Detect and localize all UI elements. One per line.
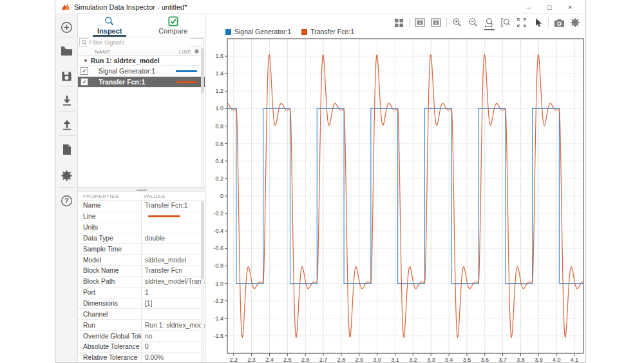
property-label: Block Name: [78, 266, 142, 276]
property-row[interactable]: RunRun 1: sldrtex_model: [78, 320, 205, 331]
property-value[interactable]: double: [142, 235, 205, 242]
help-button[interactable]: ?: [55, 191, 78, 210]
signal-row[interactable]: ✓Transfer Fcn:1: [78, 77, 205, 88]
tab-inspect[interactable]: Inspect: [78, 14, 142, 37]
property-row[interactable]: Line: [78, 211, 205, 222]
run-group-row[interactable]: ▼ Run 1: sldrtex_model: [78, 56, 205, 66]
svg-text:3.7: 3.7: [498, 357, 507, 363]
property-row[interactable]: NameTransfer Fcn:1: [78, 201, 205, 211]
maximize-button[interactable]: □: [539, 0, 560, 14]
property-value[interactable]: Run 1: sldrtex_model: [142, 322, 205, 329]
property-label: Relative Tolerance: [78, 353, 142, 362]
inspect-magnifier-icon: [104, 16, 115, 26]
column-options-gear-icon[interactable]: [194, 48, 200, 55]
property-row[interactable]: Channel: [78, 309, 205, 320]
property-value[interactable]: 0.00%: [142, 354, 205, 361]
property-row[interactable]: Port1: [78, 288, 205, 299]
svg-text:1.4: 1.4: [215, 70, 223, 77]
property-value[interactable]: sldrtex_model: [142, 257, 205, 264]
property-value[interactable]: Transfer Fcn: [142, 267, 205, 274]
fit-to-view-button[interactable]: [516, 16, 527, 29]
screenshot-canvas: Simulation Data Inspector - untitled* – …: [0, 0, 644, 363]
open-button[interactable]: [55, 41, 78, 61]
svg-text:3.9: 3.9: [535, 357, 543, 363]
property-label: Block Path: [78, 277, 142, 287]
svg-text:2.8: 2.8: [337, 357, 346, 363]
property-row[interactable]: Block NameTransfer Fcn: [78, 266, 205, 277]
property-label: Channel: [78, 309, 142, 319]
filter-signals-input[interactable]: [88, 38, 191, 46]
signal-name: Signal Generator:1: [92, 67, 176, 75]
properties-scrollbar[interactable]: [201, 201, 204, 362]
svg-text:?: ?: [64, 197, 68, 204]
signal-checkbox[interactable]: ✓: [80, 67, 88, 75]
tab-compare[interactable]: Compare: [142, 14, 205, 37]
property-value[interactable]: [1]: [142, 300, 205, 307]
preferences-button[interactable]: [55, 166, 78, 185]
panel-splitter[interactable]: [78, 187, 205, 191]
zoom-out-button[interactable]: [468, 16, 479, 29]
property-value[interactable]: sldrtex_model/Transfe...: [142, 278, 205, 285]
svg-text:3.1: 3.1: [391, 357, 399, 363]
export-button[interactable]: [55, 115, 78, 135]
svg-text:3.3: 3.3: [427, 357, 435, 363]
matlab-logo-icon: [61, 3, 70, 11]
property-label: Sample Time: [78, 244, 142, 254]
minimize-button[interactable]: –: [518, 0, 539, 14]
zoom-in-time-button[interactable]: [484, 16, 495, 29]
svg-text:3.4: 3.4: [445, 357, 453, 363]
layout-grid-button[interactable]: [393, 16, 404, 29]
subplot-2-button[interactable]: 2: [430, 16, 442, 29]
zoom-in-button[interactable]: [451, 16, 463, 29]
property-label: Override Global Toler...: [78, 331, 142, 341]
svg-text:2: 2: [435, 20, 437, 25]
svg-text:2.2: 2.2: [230, 357, 238, 363]
create-report-button[interactable]: [55, 140, 78, 159]
toolbar-separator: [548, 18, 549, 28]
question-circle-icon: ?: [61, 195, 73, 207]
plot-settings-button[interactable]: [569, 16, 581, 29]
snapshot-button[interactable]: [553, 16, 565, 29]
property-row[interactable]: Override Global Toler...no: [78, 331, 205, 342]
toolbar-separator: [59, 135, 75, 136]
property-row[interactable]: Modelsldrtex_model: [78, 255, 205, 266]
svg-text:-1.6: -1.6: [213, 333, 223, 339]
signal-list-scrollbar[interactable]: [201, 48, 204, 187]
svg-text:-0.2: -0.2: [213, 210, 223, 217]
signal-checkbox[interactable]: ✓: [80, 78, 88, 86]
property-value[interactable]: no: [142, 333, 205, 340]
toolbar-separator: [59, 111, 75, 112]
property-row[interactable]: Dimensions[1]: [78, 299, 205, 309]
svg-text:2.7: 2.7: [319, 357, 328, 363]
add-run-button[interactable]: [55, 17, 78, 37]
property-row[interactable]: Relative Tolerance0.00%: [78, 353, 205, 362]
property-value[interactable]: [142, 215, 205, 217]
signal-row[interactable]: ✓Signal Generator:1: [78, 66, 205, 77]
svg-text:-1.4: -1.4: [213, 315, 223, 322]
property-row[interactable]: Units: [78, 222, 205, 233]
subplot-1-button[interactable]: 1: [414, 16, 426, 29]
document-icon: [62, 144, 72, 155]
toolbar-separator: [409, 18, 410, 28]
tab-inspect-label: Inspect: [97, 27, 122, 35]
zoom-in-y-button[interactable]: [500, 16, 511, 29]
property-value[interactable]: 1: [142, 289, 205, 296]
properties-table: NameTransfer Fcn:1LineUnitsData Typedoub…: [78, 201, 205, 362]
svg-text:-0.4: -0.4: [213, 228, 223, 234]
import-button[interactable]: [55, 91, 78, 110]
close-button[interactable]: ×: [560, 0, 580, 14]
signal-plot[interactable]: 2.22.32.42.52.62.72.82.93.03.13.23.33.43…: [213, 32, 587, 363]
property-row[interactable]: Absolute Tolerance0: [78, 342, 205, 353]
collapse-caret-icon[interactable]: ▼: [83, 58, 88, 64]
property-value[interactable]: Transfer Fcn:1: [142, 202, 205, 209]
property-label: Port: [78, 288, 142, 298]
property-value[interactable]: 0: [142, 343, 205, 350]
arrow-down-icon: [61, 95, 73, 106]
save-button[interactable]: [55, 66, 78, 86]
property-label: Line: [78, 211, 142, 222]
property-row[interactable]: Block Pathsldrtex_model/Transfe...: [78, 277, 205, 288]
property-row[interactable]: Data Typedouble: [78, 233, 205, 244]
pointer-button[interactable]: [532, 16, 544, 29]
property-row[interactable]: Sample Time: [78, 244, 205, 255]
column-line-label: LINE: [179, 49, 191, 55]
